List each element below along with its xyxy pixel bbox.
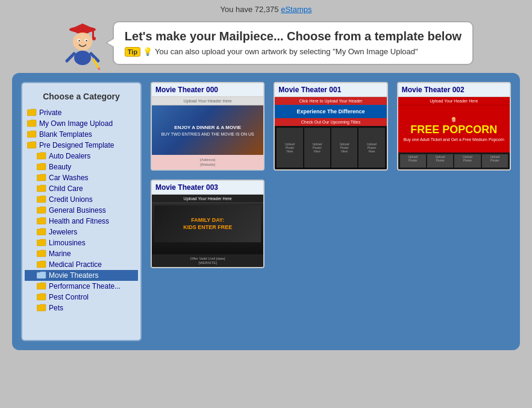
sidebar-item-child-care[interactable]: Child Care <box>25 183 138 194</box>
estamps-link[interactable]: eStamps <box>281 5 311 14</box>
sidebar-item-label: Child Care <box>49 184 83 193</box>
svg-point-9 <box>74 51 91 65</box>
sidebar-item-label: Car Washes <box>49 174 89 182</box>
sidebar-item-marine[interactable]: Marine <box>25 248 138 259</box>
sidebar-item-label: Auto Dealers <box>49 152 90 160</box>
folder-icon <box>37 195 46 204</box>
template-title: Movie Theater 001 <box>275 83 386 97</box>
template-card-movie-001[interactable]: Movie Theater 001 Click Here to Upload Y… <box>274 82 387 171</box>
template-preview: Upload Your Header Here FAMILY DAY:KIDS … <box>152 195 263 267</box>
sidebar-item-beauty[interactable]: Beauty <box>25 162 138 172</box>
sidebar-item-medical-practice[interactable]: Medical Practice <box>25 259 138 270</box>
folder-icon <box>37 152 46 160</box>
template-card-movie-002[interactable]: Movie Theater 002 Upload Your Header Her… <box>397 82 511 171</box>
svg-point-3 <box>92 37 96 40</box>
sidebar-item-label: Pre Designed Template <box>39 141 114 149</box>
folder-icon <box>37 184 46 193</box>
top-bar: You have 72,375 eStamps <box>0 0 532 19</box>
template-title: Movie Theater 002 <box>398 83 510 97</box>
tip-text: You can also upload your own artwork by … <box>155 47 418 56</box>
stamps-text: You have 72,375 <box>220 5 281 14</box>
folder-icon <box>27 108 37 117</box>
sidebar-item-own-image[interactable]: My Own Image Upload <box>25 118 138 129</box>
folder-icon <box>37 282 46 290</box>
sidebar-item-car-washes[interactable]: Car Washes <box>25 172 138 183</box>
folder-icon <box>37 260 46 269</box>
sidebar-item-pre-designed[interactable]: Pre Designed Template <box>25 140 138 151</box>
header-section: Let's make your Mailpiece... Choose from… <box>0 19 532 73</box>
sidebar-item-label: Jewelers <box>49 228 77 236</box>
sidebar-item-label: Health and Fitness <box>49 217 109 225</box>
folder-icon <box>37 174 46 182</box>
sidebar-item-label: Blank Templates <box>39 130 92 139</box>
folder-icon <box>27 130 37 139</box>
folder-icon <box>37 163 46 171</box>
sidebar-item-pets[interactable]: Pets <box>25 303 138 313</box>
folder-icon <box>27 141 37 149</box>
sidebar-item-label: Pest Control <box>49 293 89 301</box>
folder-icon <box>37 206 46 215</box>
mascot <box>58 19 107 67</box>
template-preview: Upload Your Header Here ENJOY A DINNER &… <box>152 97 263 169</box>
sidebar-item-blank[interactable]: Blank Templates <box>25 129 138 140</box>
sidebar-item-label: Beauty <box>49 163 71 171</box>
sidebar-item-pest-control[interactable]: Pest Control <box>25 292 138 303</box>
sidebar-item-private[interactable]: Private <box>25 107 138 118</box>
sidebar-item-label: Limousines <box>49 239 86 247</box>
main-panel: Choose a Category PrivateMy Own Image Up… <box>12 73 520 350</box>
sidebar-item-credit-unions[interactable]: Credit Unions <box>25 194 138 205</box>
template-preview: Upload Your Header Here 🍿 FREE POPCORN B… <box>398 97 510 169</box>
folder-icon <box>37 293 46 301</box>
sidebar-item-auto-dealers[interactable]: Auto Dealers <box>25 151 138 162</box>
template-preview: Click Here to Upload Your Header Experie… <box>275 97 386 169</box>
sidebar-item-label: Pets <box>49 304 63 312</box>
sidebar-item-jewelers[interactable]: Jewelers <box>25 227 138 237</box>
content-area: Movie Theater 000 Upload Your Header Her… <box>151 82 511 341</box>
folder-icon <box>37 239 46 247</box>
sidebar-item-label: Movie Theaters <box>49 271 98 280</box>
template-title: Movie Theater 003 <box>152 181 263 195</box>
sidebar-item-movie-theaters[interactable]: Movie Theaters <box>25 270 138 281</box>
tip-icon: 💡 <box>143 47 152 56</box>
sidebar-item-limousines[interactable]: Limousines <box>25 237 138 248</box>
svg-point-8 <box>86 40 87 41</box>
folder-icon <box>37 228 46 236</box>
speech-tip: Tip 💡 You can also upload your own artwo… <box>125 47 462 57</box>
sidebar-item-label: General Business <box>49 206 106 215</box>
tip-badge: Tip <box>125 47 140 57</box>
template-card-movie-003[interactable]: Movie Theater 003 Upload Your Header Her… <box>151 180 264 268</box>
sidebar-item-label: Private <box>39 108 61 117</box>
template-title: Movie Theater 000 <box>152 83 263 97</box>
sidebar-title: Choose a Category <box>22 88 140 107</box>
svg-point-7 <box>78 40 80 41</box>
sidebar-item-label: Credit Unions <box>49 195 93 204</box>
folder-icon <box>37 250 46 258</box>
speech-main-text: Let's make your Mailpiece... Choose from… <box>125 30 462 43</box>
folder-icon <box>37 217 46 225</box>
folder-icon <box>27 119 37 128</box>
sidebar-item-general-business[interactable]: General Business <box>25 205 138 216</box>
sidebar-item-label: Performance Theate... <box>49 282 120 290</box>
sidebar-item-health-fitness[interactable]: Health and Fitness <box>25 216 138 227</box>
folder-icon <box>37 304 46 312</box>
sidebar-item-label: Medical Practice <box>49 260 102 269</box>
sidebar: Choose a Category PrivateMy Own Image Up… <box>21 82 142 341</box>
svg-point-4 <box>73 33 92 51</box>
sidebar-item-performance-theaters[interactable]: Performance Theate... <box>25 281 138 292</box>
template-card-movie-000[interactable]: Movie Theater 000 Upload Your Header Her… <box>151 82 264 171</box>
sidebar-item-label: Marine <box>49 250 71 258</box>
tree-container[interactable]: PrivateMy Own Image UploadBlank Template… <box>22 107 140 313</box>
svg-rect-2 <box>92 30 94 38</box>
svg-line-10 <box>67 54 74 61</box>
speech-bubble: Let's make your Mailpiece... Choose from… <box>113 21 474 65</box>
folder-icon <box>37 271 46 280</box>
sidebar-item-label: My Own Image Upload <box>39 119 113 128</box>
